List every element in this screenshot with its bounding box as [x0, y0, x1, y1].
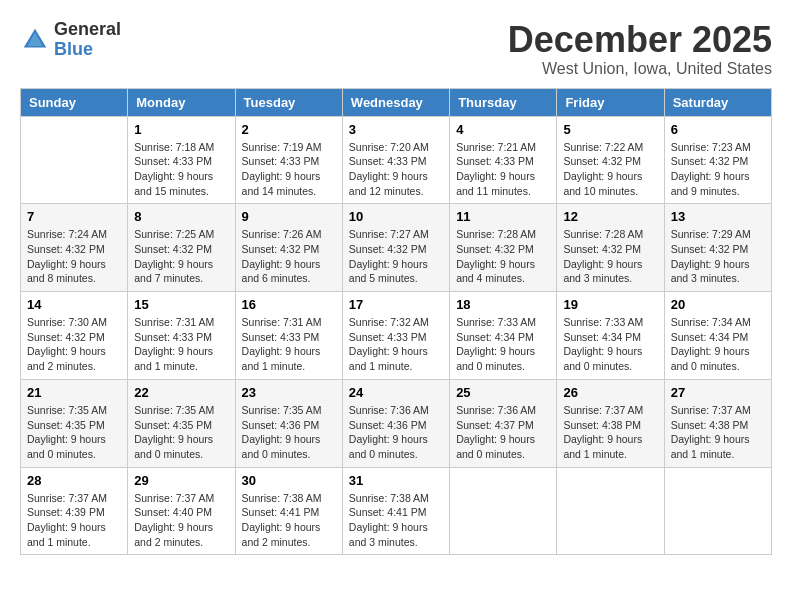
day-number: 9 — [242, 209, 336, 224]
logo-blue: Blue — [54, 40, 121, 60]
calendar-week-1: 1Sunrise: 7:18 AMSunset: 4:33 PMDaylight… — [21, 116, 772, 204]
header-row: SundayMondayTuesdayWednesdayThursdayFrid… — [21, 88, 772, 116]
day-info: Sunrise: 7:28 AMSunset: 4:32 PMDaylight:… — [456, 227, 550, 286]
day-number: 3 — [349, 122, 443, 137]
calendar-cell — [21, 116, 128, 204]
day-info: Sunrise: 7:37 AMSunset: 4:40 PMDaylight:… — [134, 491, 228, 550]
calendar-cell — [664, 467, 771, 555]
day-info: Sunrise: 7:27 AMSunset: 4:32 PMDaylight:… — [349, 227, 443, 286]
calendar-cell: 13Sunrise: 7:29 AMSunset: 4:32 PMDayligh… — [664, 204, 771, 292]
calendar-cell: 9Sunrise: 7:26 AMSunset: 4:32 PMDaylight… — [235, 204, 342, 292]
calendar-cell: 19Sunrise: 7:33 AMSunset: 4:34 PMDayligh… — [557, 292, 664, 380]
day-of-week-monday: Monday — [128, 88, 235, 116]
calendar-cell: 12Sunrise: 7:28 AMSunset: 4:32 PMDayligh… — [557, 204, 664, 292]
day-info: Sunrise: 7:33 AMSunset: 4:34 PMDaylight:… — [456, 315, 550, 374]
calendar-week-4: 21Sunrise: 7:35 AMSunset: 4:35 PMDayligh… — [21, 379, 772, 467]
day-number: 18 — [456, 297, 550, 312]
day-number: 28 — [27, 473, 121, 488]
day-info: Sunrise: 7:28 AMSunset: 4:32 PMDaylight:… — [563, 227, 657, 286]
day-of-week-friday: Friday — [557, 88, 664, 116]
calendar-week-5: 28Sunrise: 7:37 AMSunset: 4:39 PMDayligh… — [21, 467, 772, 555]
day-number: 11 — [456, 209, 550, 224]
day-number: 21 — [27, 385, 121, 400]
day-number: 16 — [242, 297, 336, 312]
day-info: Sunrise: 7:20 AMSunset: 4:33 PMDaylight:… — [349, 140, 443, 199]
calendar-cell: 1Sunrise: 7:18 AMSunset: 4:33 PMDaylight… — [128, 116, 235, 204]
day-number: 24 — [349, 385, 443, 400]
calendar-cell: 25Sunrise: 7:36 AMSunset: 4:37 PMDayligh… — [450, 379, 557, 467]
day-info: Sunrise: 7:35 AMSunset: 4:36 PMDaylight:… — [242, 403, 336, 462]
day-info: Sunrise: 7:26 AMSunset: 4:32 PMDaylight:… — [242, 227, 336, 286]
calendar-cell: 24Sunrise: 7:36 AMSunset: 4:36 PMDayligh… — [342, 379, 449, 467]
day-number: 13 — [671, 209, 765, 224]
day-info: Sunrise: 7:24 AMSunset: 4:32 PMDaylight:… — [27, 227, 121, 286]
day-number: 10 — [349, 209, 443, 224]
day-info: Sunrise: 7:18 AMSunset: 4:33 PMDaylight:… — [134, 140, 228, 199]
day-number: 4 — [456, 122, 550, 137]
day-number: 20 — [671, 297, 765, 312]
calendar-cell: 18Sunrise: 7:33 AMSunset: 4:34 PMDayligh… — [450, 292, 557, 380]
calendar-cell: 10Sunrise: 7:27 AMSunset: 4:32 PMDayligh… — [342, 204, 449, 292]
day-number: 17 — [349, 297, 443, 312]
page-header: General Blue December 2025 West Union, I… — [20, 20, 772, 78]
day-info: Sunrise: 7:31 AMSunset: 4:33 PMDaylight:… — [134, 315, 228, 374]
calendar-cell — [557, 467, 664, 555]
calendar-body: 1Sunrise: 7:18 AMSunset: 4:33 PMDaylight… — [21, 116, 772, 555]
calendar-cell: 23Sunrise: 7:35 AMSunset: 4:36 PMDayligh… — [235, 379, 342, 467]
calendar-cell: 7Sunrise: 7:24 AMSunset: 4:32 PMDaylight… — [21, 204, 128, 292]
day-number: 23 — [242, 385, 336, 400]
day-info: Sunrise: 7:19 AMSunset: 4:33 PMDaylight:… — [242, 140, 336, 199]
logo: General Blue — [20, 20, 121, 60]
day-info: Sunrise: 7:37 AMSunset: 4:38 PMDaylight:… — [563, 403, 657, 462]
day-info: Sunrise: 7:35 AMSunset: 4:35 PMDaylight:… — [27, 403, 121, 462]
calendar-table: SundayMondayTuesdayWednesdayThursdayFrid… — [20, 88, 772, 556]
day-number: 27 — [671, 385, 765, 400]
day-of-week-thursday: Thursday — [450, 88, 557, 116]
calendar-cell: 29Sunrise: 7:37 AMSunset: 4:40 PMDayligh… — [128, 467, 235, 555]
logo-icon — [20, 25, 50, 55]
title-block: December 2025 West Union, Iowa, United S… — [508, 20, 772, 78]
calendar-cell: 28Sunrise: 7:37 AMSunset: 4:39 PMDayligh… — [21, 467, 128, 555]
day-info: Sunrise: 7:32 AMSunset: 4:33 PMDaylight:… — [349, 315, 443, 374]
calendar-cell — [450, 467, 557, 555]
day-info: Sunrise: 7:34 AMSunset: 4:34 PMDaylight:… — [671, 315, 765, 374]
calendar-cell: 26Sunrise: 7:37 AMSunset: 4:38 PMDayligh… — [557, 379, 664, 467]
day-info: Sunrise: 7:23 AMSunset: 4:32 PMDaylight:… — [671, 140, 765, 199]
day-of-week-saturday: Saturday — [664, 88, 771, 116]
day-of-week-sunday: Sunday — [21, 88, 128, 116]
day-info: Sunrise: 7:30 AMSunset: 4:32 PMDaylight:… — [27, 315, 121, 374]
day-info: Sunrise: 7:38 AMSunset: 4:41 PMDaylight:… — [349, 491, 443, 550]
day-info: Sunrise: 7:36 AMSunset: 4:36 PMDaylight:… — [349, 403, 443, 462]
calendar-cell: 20Sunrise: 7:34 AMSunset: 4:34 PMDayligh… — [664, 292, 771, 380]
location: West Union, Iowa, United States — [508, 60, 772, 78]
calendar-cell: 6Sunrise: 7:23 AMSunset: 4:32 PMDaylight… — [664, 116, 771, 204]
calendar-cell: 4Sunrise: 7:21 AMSunset: 4:33 PMDaylight… — [450, 116, 557, 204]
day-number: 30 — [242, 473, 336, 488]
calendar-cell: 11Sunrise: 7:28 AMSunset: 4:32 PMDayligh… — [450, 204, 557, 292]
calendar-cell: 15Sunrise: 7:31 AMSunset: 4:33 PMDayligh… — [128, 292, 235, 380]
day-number: 22 — [134, 385, 228, 400]
day-number: 8 — [134, 209, 228, 224]
calendar-cell: 17Sunrise: 7:32 AMSunset: 4:33 PMDayligh… — [342, 292, 449, 380]
day-info: Sunrise: 7:25 AMSunset: 4:32 PMDaylight:… — [134, 227, 228, 286]
day-number: 26 — [563, 385, 657, 400]
day-info: Sunrise: 7:29 AMSunset: 4:32 PMDaylight:… — [671, 227, 765, 286]
day-number: 12 — [563, 209, 657, 224]
day-number: 6 — [671, 122, 765, 137]
calendar-cell: 31Sunrise: 7:38 AMSunset: 4:41 PMDayligh… — [342, 467, 449, 555]
day-number: 15 — [134, 297, 228, 312]
logo-general: General — [54, 20, 121, 40]
day-number: 1 — [134, 122, 228, 137]
calendar-cell: 5Sunrise: 7:22 AMSunset: 4:32 PMDaylight… — [557, 116, 664, 204]
calendar-week-2: 7Sunrise: 7:24 AMSunset: 4:32 PMDaylight… — [21, 204, 772, 292]
calendar-cell: 3Sunrise: 7:20 AMSunset: 4:33 PMDaylight… — [342, 116, 449, 204]
day-info: Sunrise: 7:31 AMSunset: 4:33 PMDaylight:… — [242, 315, 336, 374]
day-number: 2 — [242, 122, 336, 137]
day-info: Sunrise: 7:37 AMSunset: 4:39 PMDaylight:… — [27, 491, 121, 550]
calendar-cell: 30Sunrise: 7:38 AMSunset: 4:41 PMDayligh… — [235, 467, 342, 555]
day-info: Sunrise: 7:21 AMSunset: 4:33 PMDaylight:… — [456, 140, 550, 199]
calendar-cell: 8Sunrise: 7:25 AMSunset: 4:32 PMDaylight… — [128, 204, 235, 292]
day-info: Sunrise: 7:22 AMSunset: 4:32 PMDaylight:… — [563, 140, 657, 199]
day-number: 31 — [349, 473, 443, 488]
calendar-header: SundayMondayTuesdayWednesdayThursdayFrid… — [21, 88, 772, 116]
